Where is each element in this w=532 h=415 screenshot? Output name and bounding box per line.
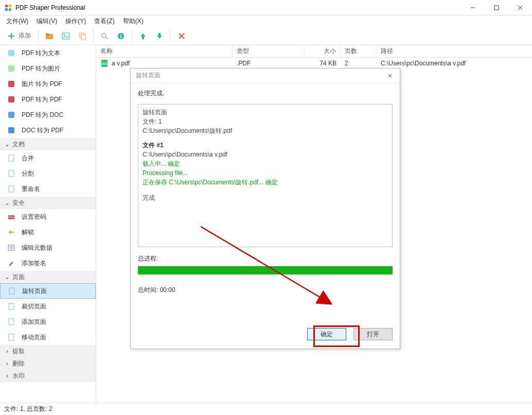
minimize-button[interactable] [461,0,485,15]
dialog-titlebar: 旋转页面 × [131,68,400,83]
svg-rect-41 [9,303,14,309]
log-line: 载入中... 确定 [143,159,388,168]
page-icon [7,185,15,193]
log-line: Processing file... [143,168,388,178]
tool-icon [7,259,15,267]
sidebar-item[interactable]: 添加签名 [0,255,96,271]
app-icon [4,4,12,12]
svg-point-32 [9,217,10,218]
tool-icon [7,213,15,221]
separator [93,30,94,42]
svg-line-17 [105,37,108,39]
sidebar-item[interactable]: PDF 转为 DOC [0,107,96,123]
svg-rect-24 [8,81,14,87]
section-watermark[interactable]: ›水印 [0,370,96,382]
window-title: PDF Shaper Professional [15,4,461,11]
sidebar-item[interactable]: 重命名 [0,181,96,197]
col-path[interactable]: 路径 [377,45,532,57]
log-line: 文件: 1 [143,117,388,126]
status-text: 文件: 1, 总页数: 2 [4,405,52,413]
svg-rect-30 [9,186,14,192]
dialog-close-button[interactable]: × [383,72,397,80]
sidebar-item[interactable]: 图片 转为 PDF [0,76,96,92]
menu-view[interactable]: 查看(Z) [90,16,118,27]
svg-point-34 [12,217,13,218]
sidebar-item[interactable]: 旋转页面 [0,283,96,299]
col-pages[interactable]: 页数 [341,45,377,57]
separator [170,30,171,42]
sidebar: PDF 转为文本PDF 转为图片图片 转为 PDFPDF 转为 PDFPDF 转… [0,45,96,403]
sidebar-item[interactable]: 解锁 [0,224,96,240]
arrow-up-icon [139,32,147,40]
section-document[interactable]: ⌄文档 [0,138,96,150]
docw-icon [7,126,15,134]
open-button[interactable]: 打开 [353,328,393,340]
menu-file[interactable]: 文件(W) [2,16,32,27]
copy-icon [78,32,86,40]
ok-button[interactable]: 确定 [307,328,346,340]
sidebar-item-label: 解锁 [22,228,34,237]
menu-help[interactable]: 帮助(X) [119,16,148,27]
sidebar-item[interactable]: DOC 转为 PDF [0,123,96,138]
sidebar-item[interactable]: 设置密码 [0,209,96,224]
section-pages[interactable]: ⌄页面 [0,271,96,283]
section-security[interactable]: ⌄安全 [0,197,96,209]
add-button[interactable]: 添加 [3,28,35,44]
svg-rect-15 [81,34,85,40]
sidebar-item[interactable]: 移动页面 [0,330,96,345]
maximize-button[interactable] [485,0,508,15]
svg-rect-11 [46,33,49,35]
col-size[interactable]: 大小 [305,45,341,57]
section-label: 安全 [12,199,25,208]
svg-rect-43 [9,334,14,340]
down-button[interactable] [152,28,167,44]
section-delete[interactable]: ›删除 [0,357,96,370]
chevron-right-icon: › [4,372,10,379]
sidebar-item-label: 旋转页面 [22,287,47,296]
svg-rect-37 [8,245,14,250]
file-row[interactable]: PDFa v.pdf .PDF 74 KB 2 C:\Users\pc\Docu… [96,58,532,69]
sidebar-item-label: 重命名 [22,185,40,194]
sidebar-item[interactable]: PDF 转为 PDF [0,92,96,107]
col-type[interactable]: 类型 [233,45,305,57]
log-line: C:\Users\pc\Documents\旋转.pdf [143,126,388,135]
tool-icon [7,228,15,236]
menu-edit[interactable]: 编辑(V) [32,16,61,27]
sidebar-item[interactable]: PDF 转为文本 [0,45,96,61]
info-button[interactable]: i [113,28,129,44]
page-icon [8,287,16,295]
section-extract[interactable]: ›提取 [0,345,96,357]
doc-icon [7,111,15,119]
menu-action[interactable]: 操作(Y) [61,16,90,27]
close-button[interactable] [508,0,532,15]
folder-button[interactable] [42,28,57,44]
progress-bar [138,266,393,274]
log-line: 旋转页面 [143,108,388,117]
image-button[interactable] [58,28,74,44]
up-button[interactable] [135,28,151,44]
sidebar-item[interactable]: 编辑元数据 [0,240,96,255]
toolbar: 添加 i [0,27,532,45]
log-line: C:\Users\pc\Documents\a v.pdf [143,150,388,159]
file-type: .PDF [233,60,305,67]
search-button[interactable] [97,28,112,44]
sidebar-item[interactable]: 合并 [0,150,96,166]
svg-rect-3 [9,8,11,11]
sidebar-item[interactable]: 添加页面 [0,314,96,330]
separator [132,30,132,42]
log-line: 正在保存 C:\Users\pc\Documents\旋转.pdf... 确定 [143,178,388,187]
progress-label: 总进程: [138,254,393,263]
col-name[interactable]: 名称 [96,45,233,57]
copy-button[interactable] [75,28,90,44]
delete-button[interactable] [174,28,189,44]
log-area[interactable]: 旋转页面 文件: 1 C:\Users\pc\Documents\旋转.pdf … [138,104,393,247]
page-icon [7,154,15,162]
svg-rect-25 [8,96,14,102]
file-size: 74 KB [305,60,341,67]
sidebar-item[interactable]: PDF 转为图片 [0,61,96,76]
sidebar-item[interactable]: 裁切页面 [0,299,96,314]
svg-rect-2 [5,8,8,11]
sidebar-item-label: 添加页面 [22,318,46,326]
sidebar-item[interactable]: 分割 [0,166,96,181]
dialog-title: 旋转页面 [136,71,161,80]
